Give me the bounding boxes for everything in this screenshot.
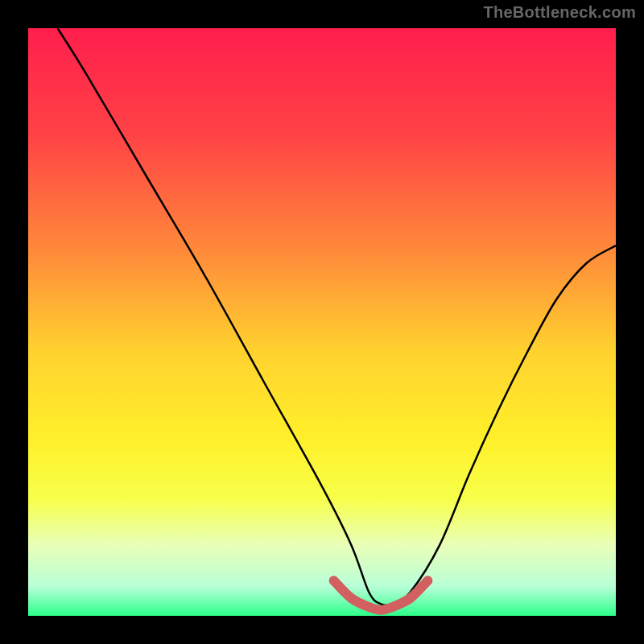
plot-background xyxy=(28,28,616,616)
watermark-label: TheBottleneck.com xyxy=(483,3,636,22)
bottleneck-chart xyxy=(0,0,644,644)
chart-frame: TheBottleneck.com xyxy=(0,0,644,644)
